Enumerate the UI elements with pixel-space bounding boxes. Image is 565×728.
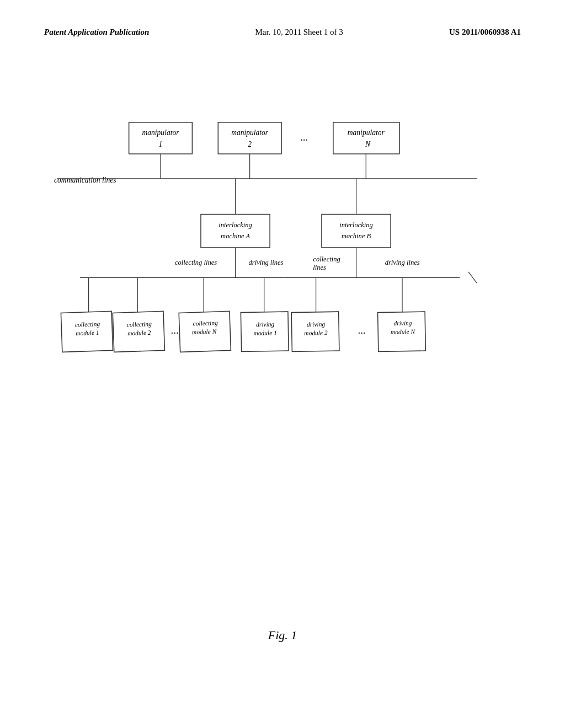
manipulator-1-num: 1 [159,140,163,148]
manipulator-2-label: manipulator [231,129,269,137]
collecting-lines-b-label: collecting [313,255,340,263]
driving-lines-b-label: driving lines [385,259,420,266]
col1-label2: module 1 [76,329,99,336]
header-date-sheet: Mar. 10, 2011 Sheet 1 of 3 [255,28,343,37]
drvN-label2: module N [391,328,416,335]
ellipsis-1: ... [301,131,308,143]
drv2-label1: driving [307,321,326,329]
drvN-label1: driving [393,320,412,328]
machine-b-label2: machine B [342,232,371,240]
manipulator-1-box [129,122,193,154]
manipulator-n-box [333,122,399,154]
col2-label1: collecting [126,320,152,329]
manipulator-2-box [218,122,281,154]
right-slash [468,272,477,283]
collecting-lines-b-label2: lines [313,264,326,271]
communication-lines-label: communication lines [54,176,116,184]
machine-a-label2: machine A [221,232,250,240]
header-publication-label: Patent Application Publication [44,28,149,37]
machine-a-label1: interlocking [218,221,252,229]
drv1-label1: driving [256,321,275,329]
col2-label2: module 2 [127,329,151,336]
manipulator-1-label: manipulator [142,129,180,137]
drv1-label2: module 1 [253,329,277,336]
machine-b-box [322,215,391,248]
col1-label1: collecting [75,320,100,329]
header-patent-number: US 2011/0060938 A1 [449,28,521,37]
drv2-label2: module 2 [304,329,328,336]
machine-b-label1: interlocking [339,221,372,229]
colN-label2: module N [192,328,217,336]
ellipsis-drv: ... [358,324,366,336]
manipulator-n-num: N [365,140,371,148]
patent-diagram: manipulator 1 manipulator 2 ... manipula… [22,99,541,502]
manipulator-2-num: 2 [248,140,252,148]
colN-label1: collecting [193,319,218,328]
header: Patent Application Publication Mar. 10, … [0,28,565,37]
page: Patent Application Publication Mar. 10, … [0,0,565,728]
machine-a-box [201,215,270,248]
collecting-lines-a-label: collecting lines [175,259,217,266]
fig-caption: Fig. 1 [268,628,297,643]
driving-lines-a-label: driving lines [249,259,284,266]
manipulator-n-label: manipulator [348,129,385,137]
ellipsis-col: ... [171,324,179,336]
